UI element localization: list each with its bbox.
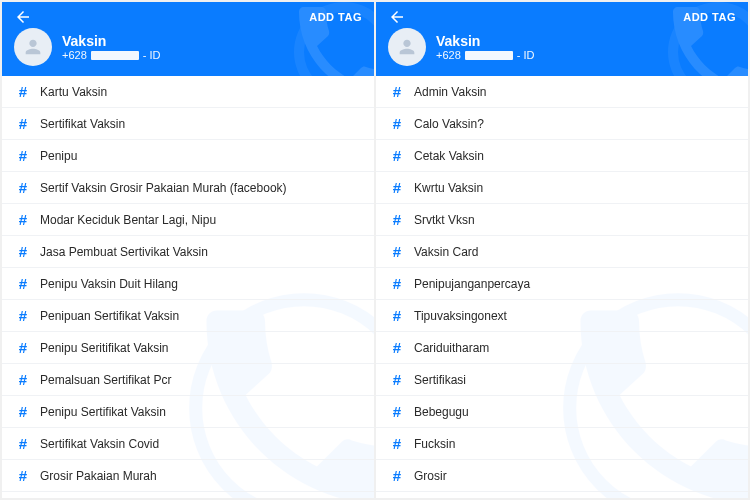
tag-label: Sertifikat Vaksin [40, 117, 125, 131]
hash-icon: # [390, 179, 404, 196]
tag-row[interactable]: #Vaks [376, 492, 748, 498]
tag-row[interactable]: #Sertifikat Vaksin Covid [2, 428, 374, 460]
hash-icon: # [16, 243, 30, 260]
tag-row[interactable]: #Modar Keciduk Bentar Lagi, Nipu [2, 204, 374, 236]
tag-label: Vaksin Card [414, 245, 478, 259]
hash-icon: # [390, 307, 404, 324]
tag-label: Admin Vaksin [414, 85, 486, 99]
tag-row[interactable]: #Sertif Vaksin Grosir Pakaian Murah (fac… [2, 172, 374, 204]
hash-icon: # [16, 275, 30, 292]
tag-label: Grosir [414, 469, 447, 483]
tag-row[interactable]: #Fucksin [376, 428, 748, 460]
hash-icon: # [16, 179, 30, 196]
tag-label: Tipuvaksingonext [414, 309, 507, 323]
tag-row[interactable]: #Kartu Vaksin [2, 76, 374, 108]
tag-row[interactable]: #Penipuan Sertifikat Vaksin [2, 300, 374, 332]
panel-left: ADD TAG Vaksin +628 - ID #Kartu Vaksin#S… [2, 2, 374, 498]
hash-icon: # [390, 147, 404, 164]
add-tag-button[interactable]: ADD TAG [309, 11, 362, 23]
tag-row[interactable]: #Vaksin Card [376, 236, 748, 268]
tag-label: Cariduitharam [414, 341, 489, 355]
hash-icon: # [390, 435, 404, 452]
tag-label: Grosir Pakaian Murah [40, 469, 157, 483]
tag-row[interactable]: #Penipujanganpercaya [376, 268, 748, 300]
hash-icon: # [390, 115, 404, 132]
tag-label: Calo Vaksin? [414, 117, 484, 131]
tag-row[interactable]: #Penipu [2, 140, 374, 172]
hash-icon: # [16, 115, 30, 132]
hash-icon: # [16, 435, 30, 452]
tag-row[interactable]: #Pemalsuan Sertifikat Pcr [2, 364, 374, 396]
phone-number: +628 - ID [62, 49, 161, 61]
hash-icon: # [390, 243, 404, 260]
tag-row[interactable]: #Cariduitharam [376, 332, 748, 364]
tag-label: Pemalsuan Sertifikat Pcr [40, 373, 171, 387]
add-tag-button[interactable]: ADD TAG [683, 11, 736, 23]
tag-row[interactable]: #Tipuvaksingonext [376, 300, 748, 332]
tag-row[interactable]: #Admin Vaksin [376, 76, 748, 108]
hash-icon: # [16, 371, 30, 388]
tag-label: Srvtkt Vksn [414, 213, 475, 227]
tag-row[interactable]: #Grosir [376, 460, 748, 492]
hash-icon: # [390, 275, 404, 292]
tag-row[interactable]: #Sertifikat Vaksin [2, 108, 374, 140]
hash-icon: # [390, 371, 404, 388]
tag-row[interactable]: #Penipu Vaksin Duit Hilang [2, 268, 374, 300]
hash-icon: # [390, 83, 404, 100]
tag-row[interactable]: #Penipu Sertifikat Vaksin [2, 396, 374, 428]
hash-icon: # [16, 211, 30, 228]
avatar [14, 28, 52, 66]
phone-prefix: +628 [436, 49, 461, 61]
tag-row[interactable]: #Srvtkt Vksn [376, 204, 748, 236]
avatar [388, 28, 426, 66]
tag-label: Penipu [40, 149, 77, 163]
tag-label: Jasa Pembuat Sertivikat Vaksin [40, 245, 208, 259]
tag-label: Bebegugu [414, 405, 469, 419]
hash-icon: # [16, 467, 30, 484]
hash-icon: # [16, 403, 30, 420]
back-button[interactable] [388, 8, 406, 26]
profile-row: Vaksin +628 - ID [388, 28, 736, 66]
top-row: ADD TAG [14, 8, 362, 26]
hash-icon: # [16, 147, 30, 164]
tag-row[interactable]: #Grosir Pakaian Murah [2, 460, 374, 492]
tag-row[interactable]: #Bebegugu [376, 396, 748, 428]
tag-list[interactable]: #Admin Vaksin#Calo Vaksin?#Cetak Vaksin#… [376, 76, 748, 498]
tag-row[interactable]: #Calo Vaksin? [376, 108, 748, 140]
phone-redacted [465, 51, 513, 60]
hash-icon: # [16, 339, 30, 356]
tag-label: Penipu Sertifikat Vaksin [40, 405, 166, 419]
tag-row[interactable]: #Penipu Sertif Vaksin [2, 492, 374, 498]
tag-label: Penipu Vaksin Duit Hilang [40, 277, 178, 291]
tag-row[interactable]: #Sertifikasi [376, 364, 748, 396]
back-button[interactable] [14, 8, 32, 26]
tag-label: Sertif Vaksin Grosir Pakaian Murah (face… [40, 181, 287, 195]
tag-label: Cetak Vaksin [414, 149, 484, 163]
tag-row[interactable]: #Kwrtu Vaksin [376, 172, 748, 204]
tag-row[interactable]: #Cetak Vaksin [376, 140, 748, 172]
tag-list[interactable]: #Kartu Vaksin#Sertifikat Vaksin#Penipu#S… [2, 76, 374, 498]
tag-label: Sertifikat Vaksin Covid [40, 437, 159, 451]
top-row: ADD TAG [388, 8, 736, 26]
name-block: Vaksin +628 - ID [436, 33, 535, 62]
tag-label: Penipuan Sertifikat Vaksin [40, 309, 179, 323]
phone-redacted [91, 51, 139, 60]
tag-label: Fucksin [414, 437, 455, 451]
name-block: Vaksin +628 - ID [62, 33, 161, 62]
hash-icon: # [390, 467, 404, 484]
header: ADD TAG Vaksin +628 - ID [376, 2, 748, 76]
profile-row: Vaksin +628 - ID [14, 28, 362, 66]
contact-name: Vaksin [62, 33, 161, 50]
hash-icon: # [390, 339, 404, 356]
tag-label: Kwrtu Vaksin [414, 181, 483, 195]
tag-label: Penipu Seritifikat Vaksin [40, 341, 169, 355]
tag-label: Sertifikasi [414, 373, 466, 387]
tag-label: Penipujanganpercaya [414, 277, 530, 291]
tag-row[interactable]: #Jasa Pembuat Sertivikat Vaksin [2, 236, 374, 268]
hash-icon: # [16, 307, 30, 324]
tag-row[interactable]: #Penipu Seritifikat Vaksin [2, 332, 374, 364]
panel-right: ADD TAG Vaksin +628 - ID #Admin Vaksin#C… [376, 2, 748, 498]
hash-icon: # [390, 403, 404, 420]
contact-name: Vaksin [436, 33, 535, 50]
phone-suffix: - ID [517, 49, 535, 61]
